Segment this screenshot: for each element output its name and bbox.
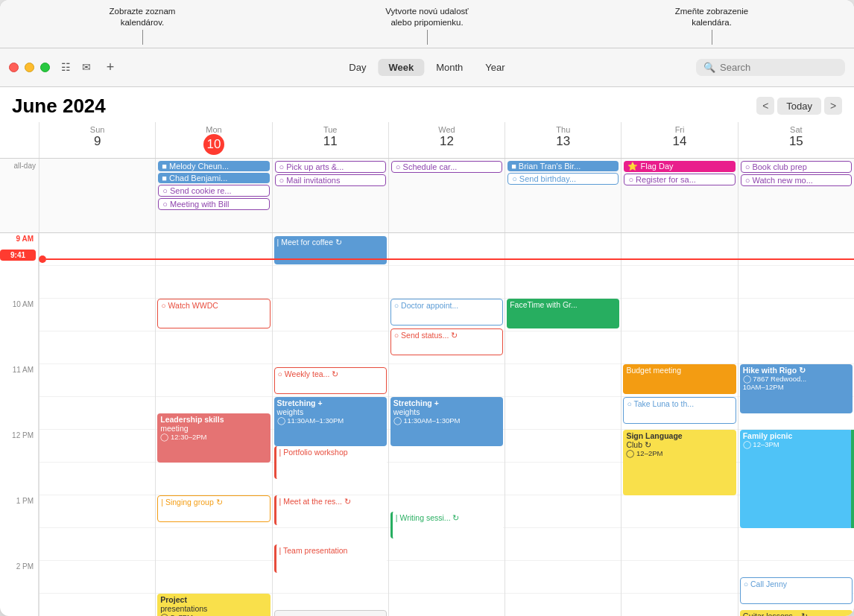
add-event-button[interactable]: +	[102, 59, 118, 75]
minimize-button[interactable]	[25, 63, 34, 72]
event-leadership[interactable]: Leadership skills meeting ◯ 12:30–2PM	[157, 413, 270, 463]
month-header: June 2024 < Today >	[0, 87, 854, 122]
all-day-mon: ■ Melody Cheun... ■ Chad Benjami... ○ Se…	[155, 159, 271, 232]
event-guitar[interactable]: Guitar lessons... ↻	[740, 610, 853, 616]
time-11am: 11 AM	[0, 364, 39, 397]
view-week-button[interactable]: Week	[378, 59, 424, 76]
sun-1030	[39, 331, 155, 364]
event-schedule-car[interactable]: ○ Schedule car...	[391, 161, 502, 173]
time-1pm: 1 PM	[0, 495, 39, 528]
event-pickup-arts[interactable]: ○ Pick up arts &...	[275, 161, 386, 173]
search-input[interactable]	[720, 62, 838, 73]
prev-button[interactable]: <	[756, 97, 774, 115]
all-day-tue: ○ Pick up arts &... ○ Mail invitations	[272, 159, 388, 232]
sun-10	[39, 299, 155, 331]
time-1030	[0, 331, 39, 364]
col-wed: ○ Doctor appoint... ○ Send status... ↻ S…	[388, 233, 505, 616]
day-headers: Sun 9 Mon 10 Tue 11 Wed 12 Thu 13 Fri 14…	[0, 122, 854, 159]
view-year-button[interactable]: Year	[475, 59, 515, 76]
day-header-mon: Mon 10	[155, 122, 271, 158]
toolbar-right: 🔍	[696, 59, 845, 76]
search-box[interactable]: 🔍	[696, 59, 845, 76]
day-header-fri: Fri 14	[621, 122, 737, 158]
event-flag-day[interactable]: ⭐ Flag Day	[624, 161, 735, 172]
event-meeting-more[interactable]: ◯ Meeting... 1 more	[274, 610, 387, 616]
time-grid: 9 AM 10 AM 11 AM 12 PM 1 PM 2 PM 3 PM 4 …	[0, 233, 854, 616]
event-family-picnic[interactable]: Family picnic ◯ 12–3PM	[740, 430, 853, 528]
event-meeting-bill[interactable]: ○ Meeting with Bill	[158, 198, 269, 210]
sun-11	[39, 364, 155, 397]
day-header-sat: Sat 15	[738, 122, 854, 158]
time-130	[0, 528, 39, 561]
event-budget[interactable]: Budget meeting	[623, 364, 736, 394]
event-doctor[interactable]: ○ Doctor appoint...	[390, 299, 503, 326]
time-12pm: 12 PM	[0, 430, 39, 463]
col-mon: ○ Watch WWDC Leadership skills meeting ◯…	[155, 233, 271, 616]
sun-230	[39, 594, 155, 616]
col-sun	[39, 233, 155, 616]
event-stretching-tue[interactable]: Stretching + weights ◯ 11:30AM–1:30PM	[274, 397, 387, 446]
event-portfolio[interactable]: | Portfolio workshop	[274, 446, 387, 479]
event-weekly-tea[interactable]: ○ Weekly tea... ↻	[274, 367, 387, 394]
sun-1230	[39, 463, 155, 495]
day-header-tue: Tue 11	[272, 122, 388, 158]
month-title: June 2024	[12, 95, 106, 118]
scroll-body[interactable]: 9 AM 10 AM 11 AM 12 PM 1 PM 2 PM 3 PM 4 …	[0, 233, 854, 616]
event-send-birthday[interactable]: ○ Send birthday...	[507, 173, 619, 185]
close-button[interactable]	[9, 63, 19, 72]
current-time-badge: 9:41	[0, 250, 36, 261]
event-meet-res[interactable]: | Meet at the res... ↻	[274, 495, 387, 525]
event-register[interactable]: ○ Register for sa...	[624, 174, 735, 185]
event-mail-invitations[interactable]: ○ Mail invitations	[275, 174, 386, 186]
calendar-list-icon[interactable]: ☷	[57, 59, 74, 75]
event-writing[interactable]: | Writing sessi... ↻	[390, 512, 503, 539]
maximize-button[interactable]	[40, 63, 50, 72]
annotation-calendars: Zobrazte zoznamkalendárov.	[0, 3, 285, 48]
sun-2	[39, 561, 155, 594]
event-watch-wwdc[interactable]: ○ Watch WWDC	[157, 299, 270, 328]
annotation-view: Zmeňte zobrazeniekalendára.	[569, 3, 854, 48]
time-230	[0, 594, 39, 616]
event-luna[interactable]: ○ Take Luna to th...	[623, 397, 736, 424]
toolbar-icons: ☷ ✉ +	[57, 59, 118, 75]
col-sat: Hike with Rigo ↻ ◯ 7867 Redwood... 10AM–…	[738, 233, 854, 616]
all-day-fri: ⭐ Flag Day ○ Register for sa...	[621, 159, 737, 232]
event-brian-bday[interactable]: ■ Brian Tran's Bir...	[507, 161, 619, 171]
calendar-window: Zobrazte zoznamkalendárov. Vytvorte novú…	[0, 0, 854, 616]
event-call-jenny[interactable]: ○ Call Jenny	[740, 577, 853, 604]
col-thu: FaceTime with Gr...	[505, 233, 621, 616]
day-header-sun: Sun 9	[39, 122, 155, 158]
sun-12	[39, 430, 155, 463]
event-coffee[interactable]: | Meet for coffee ↻	[274, 236, 387, 264]
event-send-status[interactable]: ○ Send status... ↻	[390, 328, 503, 355]
event-melody[interactable]: ■ Melody Cheun...	[158, 161, 269, 171]
all-day-wed: ○ Schedule car...	[388, 159, 505, 232]
event-stretching-wed[interactable]: Stretching + weights ◯ 11:30AM–1:30PM	[390, 397, 503, 446]
event-project[interactable]: Project presentations ◯ 5–7PM	[157, 594, 270, 616]
annotation-new-event: Vytvorte novú udalosťalebo pripomienku.	[285, 3, 569, 48]
view-day-button[interactable]: Day	[338, 59, 376, 76]
time-header-empty	[0, 122, 39, 158]
annotation-bar: Zobrazte zoznamkalendárov. Vytvorte novú…	[0, 0, 854, 48]
time-930	[0, 266, 39, 299]
search-icon: 🔍	[703, 62, 715, 73]
event-book-club[interactable]: ○ Book club prep	[741, 161, 852, 173]
today-button[interactable]: Today	[777, 98, 821, 115]
event-watch-movie[interactable]: ○ Watch new mo...	[741, 174, 852, 186]
event-chad[interactable]: ■ Chad Benjami...	[158, 173, 269, 183]
next-button[interactable]: >	[824, 97, 842, 115]
day-header-thu: Thu 13	[505, 122, 621, 158]
col-tue: | Meet for coffee ↻ ○ Weekly tea... ↻ St…	[272, 233, 388, 616]
event-sign-language[interactable]: Sign Language Club ↻ ◯ 12–2PM	[623, 430, 736, 495]
event-team-pres[interactable]: | Team presentation	[274, 544, 387, 573]
event-facetime[interactable]: FaceTime with Gr...	[507, 299, 619, 328]
event-singing[interactable]: | Singing group ↻	[157, 495, 270, 522]
inbox-icon[interactable]: ✉	[78, 59, 95, 75]
time-2pm: 2 PM	[0, 561, 39, 594]
time-1230	[0, 463, 39, 495]
nav-area: < Today >	[756, 97, 842, 115]
view-month-button[interactable]: Month	[426, 59, 473, 76]
day-header-wed: Wed 12	[388, 122, 505, 158]
event-cookie[interactable]: ○ Send cookie re...	[158, 185, 269, 197]
event-hike[interactable]: Hike with Rigo ↻ ◯ 7867 Redwood... 10AM–…	[740, 364, 853, 413]
